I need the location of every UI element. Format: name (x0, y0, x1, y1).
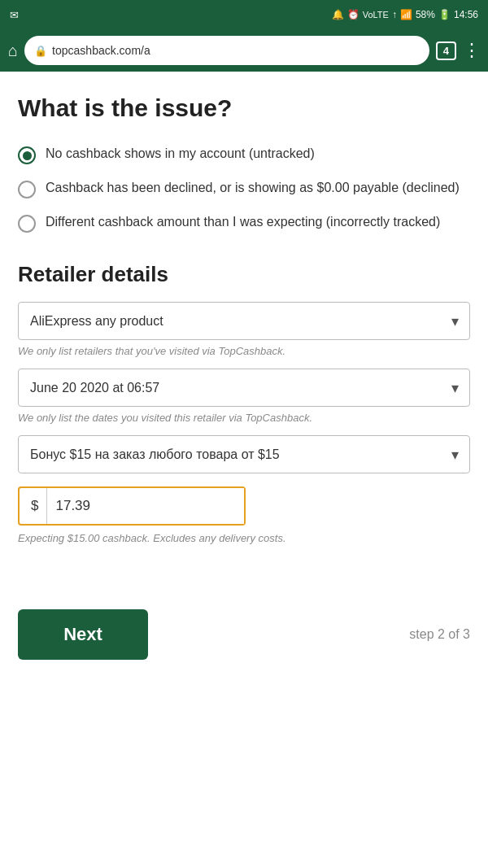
radio-item-untracked[interactable]: No cashback shows in my account (untrack… (18, 145, 470, 164)
date-dropdown[interactable]: June 20 2020 at 06:57 (18, 369, 470, 407)
retailer-dropdown[interactable]: AliExpress any product (18, 302, 470, 340)
radio-item-incorrect[interactable]: Different cashback amount than I was exp… (18, 213, 470, 233)
main-heading: What is the issue? (18, 94, 470, 122)
amount-input[interactable] (47, 488, 244, 524)
battery-text: 58% (416, 9, 435, 20)
bottom-area: Next step 2 of 3 (0, 609, 488, 679)
home-icon[interactable]: ⌂ (8, 41, 18, 60)
date-dropdown-wrapper: June 20 2020 at 06:57 ▾ (18, 369, 470, 407)
url-text: topcashback.com/a (52, 44, 150, 57)
url-box[interactable]: 🔒 topcashback.com/a (24, 36, 429, 65)
radio-label-incorrect: Different cashback amount than I was exp… (46, 213, 440, 231)
currency-symbol: $ (20, 488, 47, 524)
browser-menu-icon[interactable]: ⋮ (463, 40, 480, 61)
date-helper-text: We only list the dates you visited this … (18, 412, 470, 424)
status-left: ✉ (10, 9, 19, 21)
radio-label-untracked: No cashback shows in my account (untrack… (46, 145, 315, 163)
deal-dropdown-wrapper: Бонус $15 на заказ любого товара от $15 … (18, 435, 470, 473)
expecting-text: Expecting $15.00 cashback. Excludes any … (18, 532, 470, 544)
radio-button-declined[interactable] (18, 181, 36, 198)
radio-item-declined[interactable]: Cashback has been declined, or is showin… (18, 179, 470, 198)
wifi-icon: 📶 (400, 9, 412, 20)
step-indicator: step 2 of 3 (409, 627, 470, 642)
retailer-dropdown-wrapper: AliExpress any product ▾ (18, 302, 470, 340)
signal-arrows-icon: ↑ (392, 9, 397, 20)
lock-icon: 🔒 (34, 45, 47, 57)
page-content: What is the issue? No cashback shows in … (0, 72, 488, 609)
notification-icon: 🔔 (332, 9, 344, 20)
amount-input-group: $ (18, 486, 246, 526)
radio-dot-untracked (23, 151, 32, 160)
retailer-helper-text: We only list retailers that you've visit… (18, 345, 470, 357)
status-bar: ✉ 🔔 ⏰ VoLTE ↑ 📶 58% 🔋 14:56 (0, 0, 488, 29)
retailer-section-heading: Retailer details (18, 262, 470, 287)
alarm-icon: ⏰ (347, 9, 359, 20)
volte-indicator: VoLTE (363, 10, 389, 20)
clock-display: 14:56 (454, 9, 478, 20)
issue-radio-group: No cashback shows in my account (untrack… (18, 145, 470, 233)
browser-bar: ⌂ 🔒 topcashback.com/a 4 ⋮ (0, 29, 488, 72)
radio-button-untracked[interactable] (18, 146, 36, 164)
radio-button-incorrect[interactable] (18, 215, 36, 233)
mail-icon: ✉ (10, 9, 19, 21)
battery-icon: 🔋 (438, 9, 451, 20)
tab-badge[interactable]: 4 (436, 41, 456, 60)
radio-label-declined: Cashback has been declined, or is showin… (46, 179, 460, 197)
amount-section: $ Expecting $15.00 cashback. Excludes an… (18, 486, 470, 544)
deal-dropdown[interactable]: Бонус $15 на заказ любого товара от $15 (18, 435, 470, 473)
next-button[interactable]: Next (18, 609, 148, 660)
status-right: 🔔 ⏰ VoLTE ↑ 📶 58% 🔋 14:56 (332, 9, 478, 20)
